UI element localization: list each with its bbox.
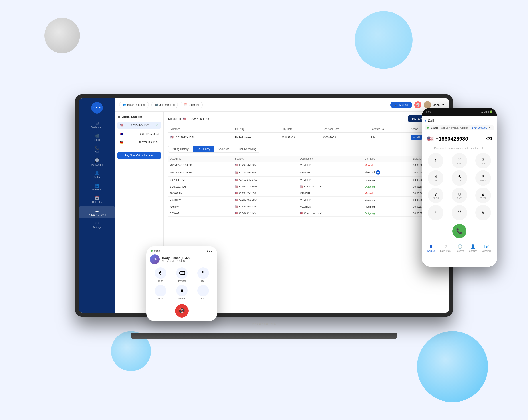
list-icon: ☰ (118, 115, 120, 118)
rp-flag-number: 🇺🇸 +1860423980 (427, 136, 468, 142)
ch-datetime-4: 28 3:03 PM (168, 190, 233, 197)
add-button[interactable]: ＋ Add (197, 285, 209, 300)
caller-info: Cody Fisher (1647) Connected | 00:03:34 (162, 256, 190, 262)
call-history-row: 1-25 12:03 AM 🇺🇸 +1 564 213 2459 🇺🇸 +1 4… (168, 183, 444, 190)
dialpad-key-1[interactable]: 1 (428, 153, 444, 168)
tab-call-history[interactable]: Call History (193, 146, 215, 152)
hold-button[interactable]: ⏸ Hold (155, 285, 166, 300)
call-history-row: 7 2:09 PM 🇺🇸 +1 205 458 2554 MEMBER Voic… (168, 197, 444, 203)
details-table: Number Country Buy Date Renewal Date For… (168, 126, 444, 142)
ch-datetime-6: 4:45 PM (168, 203, 233, 210)
dialpad-key-2[interactable]: 2ABC (452, 153, 467, 168)
dialpad-key-9[interactable]: 9WXYZ (475, 187, 491, 203)
dialpad-key-5[interactable]: 5JKL (452, 170, 467, 186)
dialpad-grid: 12ABC3DEF4GHI5JKL6MNO7PQRS8TUV9WXYZ*0+# (425, 153, 494, 221)
end-call-button[interactable]: 📵 (175, 304, 189, 318)
dialpad-button[interactable]: 📞 Dialpad (390, 101, 412, 108)
vn-item-1[interactable]: 🇺🇸 +1 235 875 3575 ✓ (118, 122, 161, 129)
record-button[interactable]: ⏺ Record (176, 285, 188, 300)
ch-type-1: Voicemail ▶ (363, 168, 411, 177)
dialpad-key-#[interactable]: # (475, 205, 491, 221)
ch-destination-3: 🇺🇸 +1 455 545 8756 (298, 183, 363, 190)
sidebar-item-calendar[interactable]: 📅 Calendar (79, 194, 115, 206)
col-renewal-date: Renewal Date (320, 126, 368, 133)
mobile-phone-left: Status ▲▲▲ CF Cody Fisher (1647) Connect… (146, 246, 217, 321)
transfer-button[interactable]: ⌫ Transfer (176, 267, 188, 282)
ch-destination-7: 🇺🇸 +1 455 545 8756 (298, 210, 363, 217)
vn-item-2[interactable]: 🇦🇺 +6 354 235 8653 (118, 130, 161, 137)
sidebar-item-contact[interactable]: 👤 Contact (79, 169, 115, 181)
ch-datetime-0: 2023-02-28 3:03 PM (168, 162, 233, 168)
action-buttons-row-1: 🎙 Mute ⌫ Transfer ⠿ Dial (150, 267, 214, 282)
detail-number: 🇺🇸 +1 206 445 1148 (168, 133, 233, 142)
dialpad-key-6[interactable]: 6MNO (475, 170, 491, 186)
rp-backspace-icon[interactable]: ⌫ (486, 136, 492, 141)
dialpad-key-3[interactable]: 3DEF (475, 153, 491, 168)
rp-call-button[interactable]: 📞 (452, 224, 467, 238)
ch-destination-5: MEMBER (298, 197, 363, 203)
mute-button[interactable]: 🎙 Mute (155, 267, 166, 282)
mute-icon-circle: 🎙 (155, 267, 166, 279)
ch-type-4: Missed (363, 190, 411, 197)
user-avatar (424, 101, 431, 109)
rp-dropdown-icon[interactable]: ▼ (489, 127, 491, 129)
calendar-button[interactable]: 📅 Calendar (180, 101, 203, 108)
sidebar-item-members[interactable]: 👥 Members (79, 181, 115, 193)
instant-meeting-button[interactable]: 👥 Instant meeting (119, 101, 149, 108)
caller-status: Connected | 00:03:34 (162, 260, 190, 262)
rp-nav-voicemail[interactable]: 📧Voicemail (482, 244, 491, 252)
deco-circle-gray (44, 18, 80, 53)
user-name: John (433, 103, 440, 107)
status-dot (151, 250, 153, 252)
sidebar-item-settings[interactable]: ⚙ Settings (79, 219, 115, 231)
tab-voice-mail[interactable]: Voice Mail (215, 146, 235, 152)
buy-virtual-number-bottom-button[interactable]: Buy New Virtual Number (118, 152, 161, 159)
dial-button[interactable]: ⠿ Dial (197, 267, 209, 282)
snap-button[interactable]: 👻 (414, 101, 421, 109)
tabs-row: Billing History Call History Voice Mail … (168, 146, 260, 153)
edit-button[interactable]: ✏ Edit (411, 135, 422, 140)
detail-forward-to: John (368, 133, 408, 142)
rp-nav-recents[interactable]: 🕐Recents (456, 244, 464, 252)
signal-icons: ▲ WiFi 🔋 (481, 111, 493, 113)
signal-indicator: ▲▲▲ (206, 250, 213, 252)
ch-destination-1: MEMBER (298, 168, 363, 177)
ch-source-4: 🇺🇸 +1 205 353 8968 (233, 190, 298, 197)
vn-item-3[interactable]: 🇩🇪 +49 785 123 1234 (118, 139, 161, 146)
ch-type-7: Outgoing (363, 210, 411, 217)
rp-status-dot (427, 127, 429, 129)
sidebar: GO IDD ⊞ Dashboard 📹 Video 📞 Call 💬 (79, 99, 115, 313)
vn-flag-1: 🇺🇸 (120, 124, 123, 127)
rp-bottom-nav: ⠿Keypad♡Favourites🕐Recents👤Contact📧Voice… (425, 242, 494, 254)
detail-buy-date: 2022-08-19 (279, 133, 320, 142)
check-icon-1: ✓ (156, 124, 158, 127)
status-indicator: Status (151, 250, 160, 252)
dialpad-key-0[interactable]: 0+ (452, 205, 467, 221)
sidebar-item-video[interactable]: 📹 Video (79, 131, 115, 143)
join-meeting-button[interactable]: 📹 Join meeting (151, 101, 178, 108)
ch-type-3: Outgoing (363, 183, 411, 190)
sidebar-item-virtual-numbers[interactable]: ☰ Virtual Numbers (79, 206, 115, 218)
sidebar-item-dashboard[interactable]: ⊞ Dashboard (79, 119, 115, 131)
calendar-icon: 📅 (95, 196, 99, 200)
back-button[interactable]: ‹ (425, 119, 426, 123)
sidebar-item-messaging[interactable]: 💬 Messaging (79, 156, 115, 168)
video-icon: 📹 (95, 134, 99, 137)
dialpad-key-7[interactable]: 7PQRS (428, 187, 444, 203)
tab-billing-history[interactable]: Billing History (168, 146, 193, 152)
sidebar-item-call[interactable]: 📞 Call (79, 144, 115, 156)
macbook-wrapper: GO IDD ⊞ Dashboard 📹 Video 📞 Call 💬 (75, 94, 453, 339)
tab-call-recording[interactable]: Call Recording (235, 146, 260, 152)
col-country: Country (233, 126, 279, 133)
rp-number-display: 🇺🇸 +1860423980 ⌫ (425, 134, 494, 144)
ch-datetime-1: 2023-02-27 2:09 PM (168, 168, 233, 177)
user-dropdown-icon[interactable]: ▼ (442, 104, 444, 106)
play-button-1[interactable]: ▶ (376, 170, 380, 175)
dialpad-key-*[interactable]: * (428, 205, 444, 221)
rp-nav-favourites[interactable]: ♡Favourites (440, 244, 451, 252)
call-history-table: Date/Time Source# Destination# Call Type… (168, 156, 444, 217)
dialpad-key-8[interactable]: 8TUV (452, 187, 467, 203)
rp-nav-contact[interactable]: 👤Contact (469, 244, 477, 252)
dialpad-key-4[interactable]: 4GHI (428, 170, 444, 186)
rp-nav-keypad[interactable]: ⠿Keypad (427, 244, 435, 252)
